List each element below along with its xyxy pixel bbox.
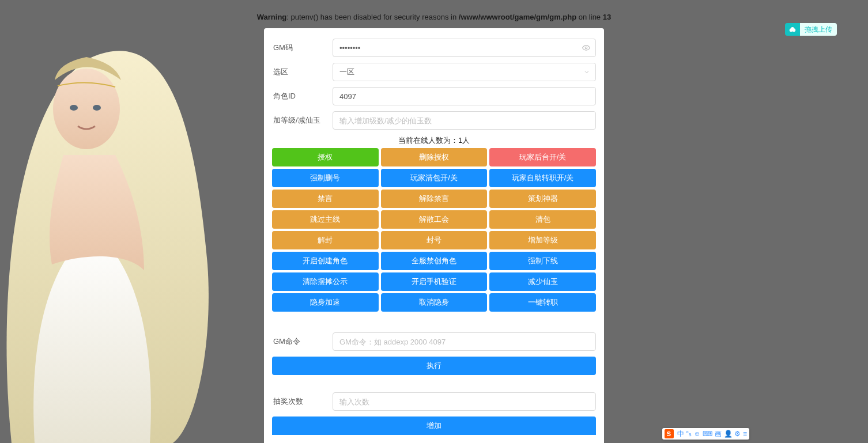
ime-item-3[interactable]: ⌨ bbox=[703, 430, 712, 438]
row-gm-cmd: GM命令 bbox=[272, 332, 596, 351]
row-level: 加等级/减仙玉 bbox=[272, 111, 596, 130]
label-lottery: 抽奖次数 bbox=[272, 396, 333, 407]
svg-point-6 bbox=[791, 27, 794, 31]
php-warning: Warning: putenv() has been disabled for … bbox=[0, 0, 868, 28]
label-level: 加等级/减仙玉 bbox=[272, 115, 333, 126]
action-button-19[interactable]: 开启手机验证 bbox=[381, 272, 488, 291]
action-button-16[interactable]: 全服禁创角色 bbox=[381, 252, 488, 270]
ime-item-4[interactable]: 画 bbox=[715, 430, 722, 438]
execute-button[interactable]: 执行 bbox=[272, 357, 596, 375]
character-illustration bbox=[0, 22, 219, 443]
row-role-id: 角色ID bbox=[272, 87, 596, 105]
action-button-10[interactable]: 解散工会 bbox=[381, 210, 488, 229]
ime-item-2[interactable]: ☺ bbox=[694, 430, 701, 438]
input-level[interactable] bbox=[333, 111, 596, 130]
action-button-13[interactable]: 封号 bbox=[381, 231, 488, 249]
action-button-20[interactable]: 减少仙玉 bbox=[489, 272, 596, 291]
input-gm-code[interactable] bbox=[333, 39, 596, 57]
label-role-id: 角色ID bbox=[272, 91, 333, 101]
svg-point-3 bbox=[585, 47, 587, 49]
svg-point-1 bbox=[70, 105, 78, 111]
svg-point-2 bbox=[93, 105, 101, 111]
action-button-22[interactable]: 取消隐身 bbox=[381, 293, 488, 312]
row-zone: 选区 一区 bbox=[272, 63, 596, 81]
ime-item-6[interactable]: ⚙ bbox=[734, 430, 741, 438]
action-button-21[interactable]: 隐身加速 bbox=[272, 293, 379, 312]
ime-item-7[interactable]: ≡ bbox=[743, 430, 747, 438]
gm-panel: GM码 选区 一区 角色ID 加等级/减仙玉 当前在线人数为：1人 bbox=[264, 28, 604, 443]
action-button-18[interactable]: 清除摆摊公示 bbox=[272, 272, 379, 291]
action-button-5[interactable]: 玩家自助转职开/关 bbox=[489, 169, 596, 187]
row-lottery: 抽奖次数 bbox=[272, 392, 596, 411]
chevron-down-icon bbox=[583, 69, 590, 75]
online-status: 当前在线人数为：1人 bbox=[272, 135, 596, 146]
action-buttons: 授权删除授权玩家后台开/关强制删号玩家清包开/关玩家自助转职开/关禁言解除禁言策… bbox=[272, 148, 596, 312]
action-button-1[interactable]: 删除授权 bbox=[381, 148, 488, 166]
input-lottery[interactable] bbox=[333, 392, 596, 411]
select-zone[interactable]: 一区 bbox=[333, 63, 596, 81]
action-button-7[interactable]: 解除禁言 bbox=[381, 190, 488, 208]
ime-item-5[interactable]: 👤 bbox=[724, 430, 733, 438]
row-gm-code: GM码 bbox=[272, 39, 596, 57]
ime-logo[interactable]: S bbox=[665, 429, 674, 438]
action-button-9[interactable]: 跳过主线 bbox=[272, 210, 379, 229]
action-button-2[interactable]: 玩家后台开/关 bbox=[489, 148, 596, 166]
label-zone: 选区 bbox=[272, 67, 333, 77]
add-button[interactable]: 增加 bbox=[272, 417, 596, 435]
input-gm-cmd[interactable] bbox=[333, 332, 596, 351]
upload-badge[interactable]: 拖拽上传 bbox=[785, 23, 837, 36]
eye-icon[interactable] bbox=[582, 44, 590, 52]
action-button-4[interactable]: 玩家清包开/关 bbox=[381, 169, 488, 187]
action-button-23[interactable]: 一键转职 bbox=[489, 293, 596, 312]
input-role-id[interactable] bbox=[333, 87, 596, 105]
action-button-6[interactable]: 禁言 bbox=[272, 190, 379, 208]
label-gm-cmd: GM命令 bbox=[272, 336, 333, 347]
label-gm-code: GM码 bbox=[272, 43, 333, 53]
action-button-12[interactable]: 解封 bbox=[272, 231, 379, 249]
action-button-8[interactable]: 策划神器 bbox=[489, 190, 596, 208]
action-button-14[interactable]: 增加等级 bbox=[489, 231, 596, 249]
ime-toolbar: S 中 °₅ ☺ ⌨ 画 👤 ⚙ ≡ bbox=[662, 428, 749, 440]
ime-item-1[interactable]: °₅ bbox=[686, 430, 692, 438]
svg-point-0 bbox=[53, 69, 120, 149]
action-button-0[interactable]: 授权 bbox=[272, 148, 379, 166]
cloud-icon bbox=[785, 23, 800, 36]
action-button-17[interactable]: 强制下线 bbox=[489, 252, 596, 270]
action-button-11[interactable]: 清包 bbox=[489, 210, 596, 229]
action-button-3[interactable]: 强制删号 bbox=[272, 169, 379, 187]
ime-item-0[interactable]: 中 bbox=[677, 430, 684, 438]
action-button-15[interactable]: 开启创建角色 bbox=[272, 252, 379, 270]
upload-badge-label: 拖拽上传 bbox=[800, 23, 837, 36]
